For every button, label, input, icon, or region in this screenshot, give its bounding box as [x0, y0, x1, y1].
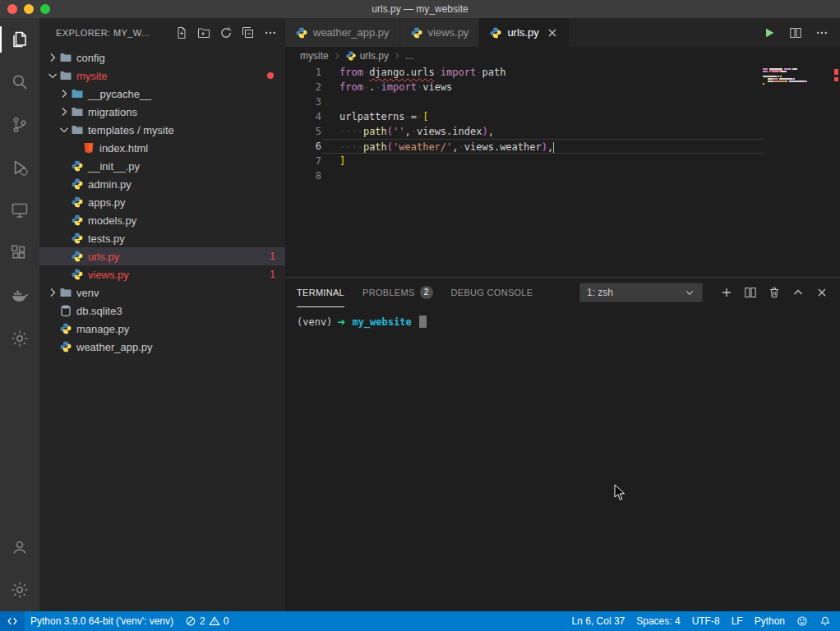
code-line-7[interactable]: 7] — [285, 154, 840, 168]
feedback-button[interactable] — [791, 611, 814, 631]
python-interpreter[interactable]: Python 3.9.0 64-bit ('venv': venv) — [25, 611, 179, 631]
tree-item-label: apps.py — [88, 196, 126, 209]
split-editor-icon[interactable] — [789, 26, 802, 39]
activity-extensions[interactable] — [0, 232, 39, 274]
tree-item-models-py[interactable]: models.py — [39, 211, 285, 229]
kill-terminal-icon[interactable] — [768, 286, 781, 299]
error-count-badge: 1 — [270, 251, 275, 262]
account-icon — [10, 537, 30, 557]
tab-urls-py[interactable]: urls.py — [479, 18, 569, 47]
notifications-button[interactable] — [814, 611, 837, 631]
tree-item-venv[interactable]: venv — [39, 283, 285, 302]
folder-icon — [71, 123, 84, 136]
tree-item-urls-py[interactable]: urls.py1 — [39, 247, 285, 265]
error-dot — [267, 72, 274, 79]
activity-search[interactable] — [0, 61, 39, 104]
refresh-icon[interactable] — [219, 26, 233, 39]
python-icon — [71, 177, 84, 191]
tree-item-apps-py[interactable]: apps.py — [39, 193, 285, 211]
tree-item-weather-app-py[interactable]: weather_app.py — [39, 338, 285, 356]
tree-item-label: models.py — [88, 214, 136, 227]
activity-run-debug[interactable] — [0, 146, 39, 189]
chevron-down-icon — [684, 287, 695, 298]
activity-manage[interactable] — [0, 569, 39, 611]
code-line-2[interactable]: 2from·.·import·views — [285, 80, 840, 94]
close-panel-icon[interactable] — [815, 286, 828, 299]
collapse-all-icon[interactable] — [242, 26, 255, 39]
tree-item-templates-mysite[interactable]: templates / mysite — [39, 121, 285, 139]
tree-item-tests-py[interactable]: tests.py — [39, 229, 285, 247]
code-line-4[interactable]: 4urlpatterns·=·[ — [285, 109, 840, 124]
python-icon — [71, 214, 84, 227]
code-line-6[interactable]: 6····path('weather/',·views.weather), — [285, 139, 840, 154]
python-icon — [59, 340, 72, 353]
zoom-window-button[interactable] — [40, 4, 50, 14]
tab-debug-console[interactable]: DEBUG CONSOLE — [451, 278, 533, 307]
new-terminal-icon[interactable] — [720, 286, 733, 299]
maximize-panel-icon[interactable] — [792, 286, 805, 299]
problems-summary[interactable]: 2 0 — [179, 611, 234, 631]
line-number: 1 — [285, 65, 321, 80]
code-line-5[interactable]: 5····path('',·views.index), — [285, 124, 840, 139]
tree-item-label: migrations — [88, 106, 137, 118]
activity-docker[interactable] — [0, 274, 39, 317]
code-line-1[interactable]: 1from·django.urls·import·path — [285, 65, 840, 80]
activity-account[interactable] — [0, 526, 39, 569]
terminal-content[interactable]: (venv)➜my_website — [285, 307, 840, 611]
tree-item-admin-py[interactable]: admin.py — [39, 175, 285, 193]
new-folder-icon[interactable] — [197, 26, 210, 39]
python-icon — [489, 26, 502, 39]
breadcrumb-folder[interactable]: mysite — [300, 50, 329, 62]
encoding[interactable]: UTF-8 — [686, 611, 726, 631]
tab-views-py[interactable]: views.py — [400, 18, 480, 47]
breadcrumb-symbol[interactable]: ... — [405, 50, 413, 62]
new-file-icon[interactable] — [175, 26, 188, 39]
tree-item-db-sqlite3[interactable]: db.sqlite3 — [39, 302, 285, 320]
close-icon[interactable] — [546, 26, 559, 39]
tree-item-mysite[interactable]: mysite — [39, 67, 285, 85]
explorer-icon — [10, 30, 30, 49]
activity-explorer[interactable] — [0, 18, 39, 61]
tree-item-index-html[interactable]: index.html — [39, 139, 285, 157]
minimap-line — [763, 68, 827, 70]
indentation[interactable]: Spaces: 4 — [630, 611, 685, 631]
tree-item-migrations[interactable]: migrations — [39, 103, 285, 121]
tree-item-manage-py[interactable]: manage.py — [39, 320, 285, 338]
run-button[interactable] — [763, 26, 776, 39]
folder-blue-icon — [71, 87, 84, 100]
code-line-8[interactable]: 8 — [285, 168, 840, 183]
tree-item-pycache[interactable]: __pycache__ — [39, 85, 285, 103]
tree-item-config[interactable]: config — [39, 48, 285, 67]
indent-spacer — [46, 322, 59, 335]
overview-ruler[interactable] — [832, 65, 840, 277]
tab-terminal[interactable]: TERMINAL — [297, 278, 344, 307]
tab-problems[interactable]: PROBLEMS 2 — [362, 278, 433, 307]
tree-item-views-py[interactable]: views.py1 — [39, 265, 285, 283]
code-text: urlpatterns·=·[ — [321, 109, 840, 124]
code-editor[interactable]: 1from·django.urls·import·path2from·.·imp… — [285, 65, 840, 277]
shell-selector[interactable]: 1: zsh — [579, 283, 703, 302]
minimap[interactable] — [763, 68, 827, 88]
cursor-position[interactable]: Ln 6, Col 37 — [566, 611, 631, 631]
source-control-icon — [10, 115, 30, 135]
language-mode[interactable]: Python — [749, 611, 791, 631]
activity-source-control[interactable] — [0, 104, 39, 146]
activity-extension-settings[interactable] — [0, 317, 39, 360]
tree-item-label: weather_app.py — [76, 341, 153, 353]
remote-indicator[interactable] — [0, 611, 25, 631]
tree-item-label: venv — [76, 287, 99, 299]
more-actions-icon[interactable] — [264, 26, 277, 39]
tab-weather-app-py[interactable]: weather_app.py — [285, 18, 400, 47]
tree-item-init-py[interactable]: __init__.py — [39, 157, 285, 175]
code-line-3[interactable]: 3 — [285, 94, 840, 109]
editor-tab-bar: weather_app.py views.py urls.py — [285, 18, 840, 47]
chevron-right-icon — [46, 286, 59, 299]
minimize-window-button[interactable] — [24, 4, 34, 14]
close-window-button[interactable] — [7, 4, 17, 14]
split-terminal-icon[interactable] — [744, 286, 757, 299]
tab-label: views.py — [428, 26, 469, 39]
eol-selector[interactable]: LF — [726, 611, 749, 631]
more-actions-icon[interactable] — [815, 26, 828, 39]
activity-remote-explorer[interactable] — [0, 189, 39, 232]
breadcrumb-file[interactable]: urls.py — [345, 50, 389, 62]
